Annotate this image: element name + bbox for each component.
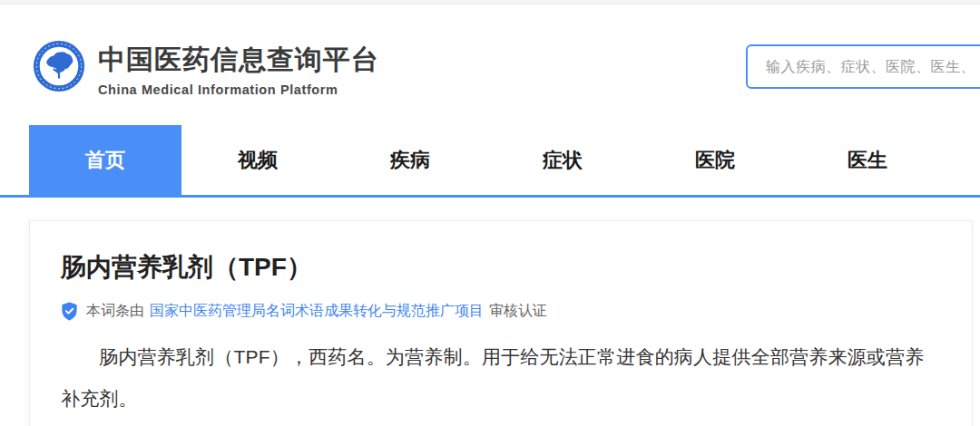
nav-tab-disease[interactable]: 疾病 (334, 125, 486, 195)
brand-block: 中国医药信息查询平台 China Medical Information Pla… (98, 44, 379, 97)
verification-suffix: 审核认证 (489, 302, 547, 321)
site-subtitle: China Medical Information Platform (98, 82, 379, 97)
entry-title: 肠内营养乳剂（TPF） (61, 252, 941, 283)
site-logo-icon (33, 40, 85, 92)
entry-summary: 肠内营养乳剂（TPF），西药名。为营养制。用于给无法正常进食的病人提供全部营养来… (61, 336, 941, 420)
nav-tab-video[interactable]: 视频 (181, 125, 334, 195)
nav-tab-symptom[interactable]: 症状 (486, 125, 639, 195)
verification-source-link[interactable]: 国家中医药管理局名词术语成果转化与规范推广项目 (150, 302, 484, 321)
entry-card: 肠内营养乳剂（TPF） 本词条由 国家中医药管理局名词术语成果转化与规范推广项目… (29, 220, 973, 426)
page: 中国医药信息查询平台 China Medical Information Pla… (0, 0, 980, 426)
search-input[interactable] (746, 44, 980, 89)
top-strip (0, 0, 980, 5)
verified-shield-icon (61, 302, 78, 321)
site-header: 中国医药信息查询平台 China Medical Information Pla… (0, 5, 980, 125)
main-nav: 首页 视频 疾病 症状 医院 医生 (0, 125, 980, 198)
verification-row: 本词条由 国家中医药管理局名词术语成果转化与规范推广项目 审核认证 (61, 302, 941, 321)
verification-prefix: 本词条由 (86, 302, 144, 321)
site-title: 中国医药信息查询平台 (98, 44, 379, 76)
nav-tab-home[interactable]: 首页 (29, 125, 181, 195)
nav-tab-hospital[interactable]: 医院 (639, 125, 791, 195)
nav-tab-doctor[interactable]: 医生 (791, 125, 944, 195)
